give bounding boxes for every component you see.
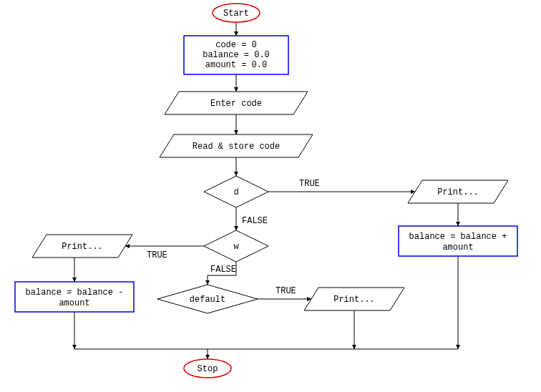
decision-d-label: d	[233, 187, 238, 197]
print-d-label: Print...	[437, 187, 479, 197]
label-d-false: FALSE	[242, 216, 268, 226]
stop-label: Stop	[198, 364, 218, 374]
read-store-code-label: Read & store code	[192, 142, 280, 152]
print-w-label: Print...	[62, 242, 103, 252]
balance-plus-line2: amount	[442, 242, 473, 253]
start-terminator: Start	[213, 4, 260, 22]
decision-w-label: w	[233, 242, 239, 252]
stop-terminator: Stop	[184, 359, 231, 378]
print-default-io: Print...	[304, 288, 404, 310]
read-store-code-io: Read & store code	[160, 134, 313, 157]
enter-code-label: Enter code	[210, 99, 262, 109]
balance-minus-line1: balance = balance -	[26, 288, 124, 298]
label-d-true: TRUE	[299, 179, 320, 189]
decision-default: default	[157, 285, 258, 313]
decision-default-label: default	[190, 295, 225, 305]
init-process: code = 0 balance = 0.0 amount = 0.0	[184, 36, 288, 74]
print-default-label: Print...	[333, 295, 375, 305]
init-line2: balance = 0.0	[203, 50, 270, 60]
balance-minus-line2: amount	[59, 298, 89, 308]
print-w-io: Print...	[32, 235, 132, 258]
init-line3: amount = 0.0	[205, 60, 267, 70]
start-label: Start	[223, 9, 249, 19]
flowchart-canvas: Start code = 0 balance = 0.0 amount = 0.…	[0, 0, 541, 392]
init-line1: code = 0	[215, 40, 257, 50]
print-d-io: Print...	[408, 180, 508, 203]
enter-code-io: Enter code	[165, 92, 308, 114]
label-w-false: FALSE	[210, 265, 236, 275]
balance-minus-process: balance = balance - amount	[15, 282, 134, 312]
balance-plus-line1: balance = balance +	[409, 232, 507, 242]
decision-d: d	[204, 176, 268, 207]
decision-w: w	[204, 230, 268, 262]
label-default-true: TRUE	[276, 286, 296, 296]
balance-plus-process: balance = balance + amount	[399, 226, 517, 256]
label-w-true: TRUE	[147, 250, 167, 260]
